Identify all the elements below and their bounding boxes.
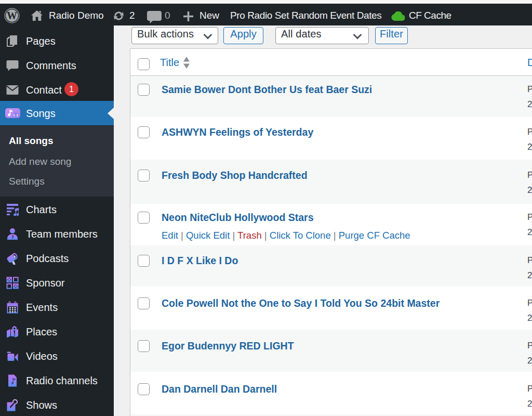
svg-text:W: W [7, 10, 17, 21]
